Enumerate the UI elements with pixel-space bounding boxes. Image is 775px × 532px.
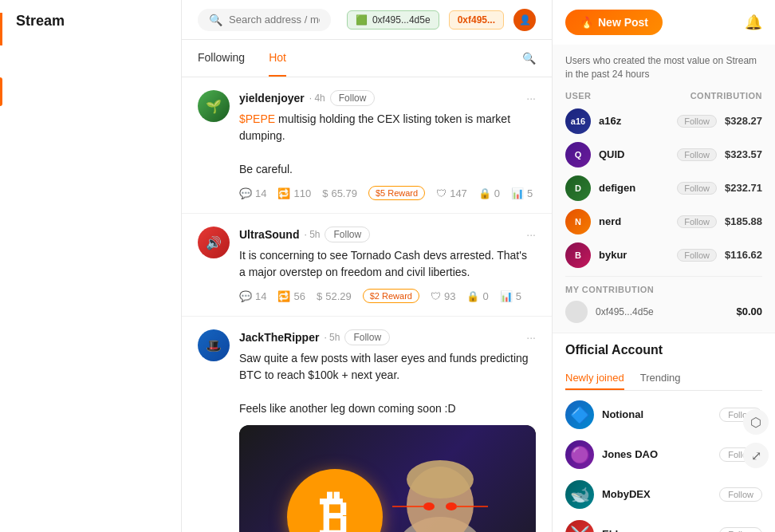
post-2-bars[interactable]: 📊 5 xyxy=(500,290,521,302)
post-1-body: yieldenjoyer · 4h Follow ··· $PEPE multi… xyxy=(239,90,536,200)
share-icon[interactable]: ⬡ xyxy=(743,409,769,435)
official-account-tabs: Newly joined Trending xyxy=(565,367,762,391)
contrib-avatar-quid: Q xyxy=(565,142,591,167)
contrib-row-quid: Q QUID Follow $323.57 xyxy=(565,142,762,167)
contrib-avatar-defigen: D xyxy=(565,175,591,201)
post-3-avatar: 🎩 xyxy=(198,329,230,361)
tab-following[interactable]: Following xyxy=(198,40,245,77)
post-2-actions: 💬 14 🔁 56 $ 52.29 $2 Reward 🛡 93 🔒 0 📊 5 xyxy=(239,289,536,303)
post-3-content: Saw quite a few posts with laser eyes an… xyxy=(239,350,536,417)
feed-search-icon[interactable]: 🔍 xyxy=(522,52,536,65)
feed-tabs: Following Hot 🔍 xyxy=(182,40,552,77)
search-icon: 🔍 xyxy=(209,14,222,26)
user-avatar[interactable]: 👤 xyxy=(513,9,536,31)
search-bar[interactable]: 🔍 xyxy=(198,9,331,31)
contrib-row-a16z: a16 a16z Follow $328.27 xyxy=(565,108,762,134)
post-2-comment[interactable]: 💬 14 xyxy=(239,290,266,302)
post-1-menu[interactable]: ··· xyxy=(526,92,536,104)
tab-hot[interactable]: Hot xyxy=(269,40,286,77)
post-1-likes[interactable]: 🛡 147 xyxy=(436,187,467,199)
contrib-follow-nerd[interactable]: Follow xyxy=(677,215,717,228)
official-name-jones-dao: Jones DAO xyxy=(602,448,711,460)
official-follow-moby-dex[interactable]: Follow xyxy=(719,487,762,502)
post-3-image: ₿ xyxy=(239,425,536,532)
sidebar: Stream xyxy=(0,0,182,532)
contrib-amount-quid: $323.57 xyxy=(725,148,762,160)
bitcoin-symbol: ₿ xyxy=(320,489,348,532)
post-1-shield[interactable]: 🔒 0 xyxy=(478,187,500,199)
post-1-avatar: 🌱 xyxy=(198,90,230,122)
new-post-icon: 🔥 xyxy=(580,16,593,29)
contrib-amount-nerd: $185.88 xyxy=(725,215,762,227)
post-1-retweet[interactable]: 🔁 110 xyxy=(277,187,311,199)
post-1-comment[interactable]: 💬 14 xyxy=(239,187,266,199)
post-3-header: JackTheRipper · 5h Follow ··· xyxy=(239,329,536,345)
contrib-follow-quid[interactable]: Follow xyxy=(677,148,717,161)
post-2: 🔊 UltraSound · 5h Follow ··· It is conce… xyxy=(182,214,552,317)
contrib-name-a16z: a16z xyxy=(599,115,666,127)
contrib-follow-a16z[interactable]: Follow xyxy=(677,115,717,128)
wallet-badge-green[interactable]: 🟩 0xf495...4d5e xyxy=(347,10,439,30)
official-account-title: Official Account xyxy=(565,343,762,357)
official-row-eldarune: ⚔️ Eldarune Follow xyxy=(565,520,762,532)
contrib-follow-defigen[interactable]: Follow xyxy=(677,182,717,195)
contrib-row-nerd: N nerd Follow $185.88 xyxy=(565,209,762,234)
contrib-name-bykur: bykur xyxy=(599,249,666,261)
official-row-moby-dex: 🐋 MobyDEX Follow xyxy=(565,480,762,509)
post-3-menu[interactable]: ··· xyxy=(526,331,536,344)
official-name-notional: Notional xyxy=(602,408,711,420)
active-indicator xyxy=(0,77,2,106)
wallet-address-green: 0xf495...4d5e xyxy=(372,14,431,26)
app-title: Stream xyxy=(0,13,181,45)
contrib-follow-bykur[interactable]: Follow xyxy=(677,249,717,262)
bell-icon[interactable]: 🔔 xyxy=(745,14,762,31)
search-input[interactable] xyxy=(229,14,320,26)
svg-point-4 xyxy=(446,502,457,510)
post-2-reward[interactable]: $2 Reward xyxy=(363,289,419,303)
person-silhouette xyxy=(368,433,512,532)
post-2-amount[interactable]: $ 52.29 xyxy=(317,290,352,302)
post-1-bars[interactable]: 📊 5 xyxy=(511,187,533,199)
right-sidebar: 🔥 New Post 🔔 Users who created the most … xyxy=(552,0,775,532)
user-col-header: USER xyxy=(565,91,592,100)
post-2-menu[interactable]: ··· xyxy=(526,228,536,241)
post-1-username: yieldenjoyer xyxy=(239,92,305,104)
post-2-follow-btn[interactable]: Follow xyxy=(325,227,370,242)
post-2-retweet[interactable]: 🔁 56 xyxy=(277,290,305,302)
post-3-follow-btn[interactable]: Follow xyxy=(344,329,390,345)
official-tab-trending[interactable]: Trending xyxy=(640,367,681,390)
post-1-amount[interactable]: $ 65.79 xyxy=(322,187,357,199)
post-2-body: UltraSound · 5h Follow ··· It is concern… xyxy=(239,227,536,303)
official-avatar-eldarune: ⚔️ xyxy=(565,520,594,532)
post-2-shield[interactable]: 🔒 0 xyxy=(466,290,488,302)
svg-point-2 xyxy=(407,460,474,499)
post-1-header: yieldenjoyer · 4h Follow ··· xyxy=(239,90,536,106)
post-1-reward[interactable]: $5 Reward xyxy=(368,186,425,200)
post-2-username: UltraSound xyxy=(239,228,299,241)
official-tab-newly-joined[interactable]: Newly joined xyxy=(565,367,624,390)
contrib-avatar-a16z: a16 xyxy=(565,108,591,134)
expand-icon[interactable]: ⤢ xyxy=(743,443,769,468)
contrib-row-defigen: D defigen Follow $232.71 xyxy=(565,175,762,201)
post-1: 🌱 yieldenjoyer · 4h Follow ··· $PEPE mul… xyxy=(182,77,552,214)
wallet-badge-orange[interactable]: 0xf495... xyxy=(449,10,504,30)
post-1-follow-btn[interactable]: Follow xyxy=(330,90,376,106)
wallet-address-orange: 0xf495... xyxy=(458,14,495,26)
official-avatar-moby: 🐋 xyxy=(565,480,594,509)
contrib-amount-a16z: $328.27 xyxy=(725,115,762,127)
official-name-moby-dex: MobyDEX xyxy=(602,488,711,500)
main-content: 🔍 🟩 0xf495...4d5e 0xf495... 👤 Following … xyxy=(182,0,552,532)
post-1-time: · 4h xyxy=(309,93,325,104)
contrib-amount-bykur: $116.62 xyxy=(725,249,762,261)
post-2-header: UltraSound · 5h Follow ··· xyxy=(239,227,536,242)
new-post-button[interactable]: 🔥 New Post xyxy=(565,10,663,35)
contrib-row-bykur: B bykur Follow $116.62 xyxy=(565,242,762,268)
contribution-header: USER CONTRIBUTION xyxy=(565,91,762,100)
my-contribution-row: 0xf495...4d5e $0.00 xyxy=(565,301,762,323)
my-contribution-label: MY CONTRIBUTION xyxy=(565,285,762,294)
official-follow-eldarune[interactable]: Follow xyxy=(719,527,762,532)
contrib-avatar-nerd: N xyxy=(565,209,591,234)
post-3: 🎩 JackTheRipper · 5h Follow ··· Saw quit… xyxy=(182,317,552,532)
post-2-likes[interactable]: 🛡 93 xyxy=(431,290,455,302)
contrib-name-quid: QUID xyxy=(599,148,666,160)
